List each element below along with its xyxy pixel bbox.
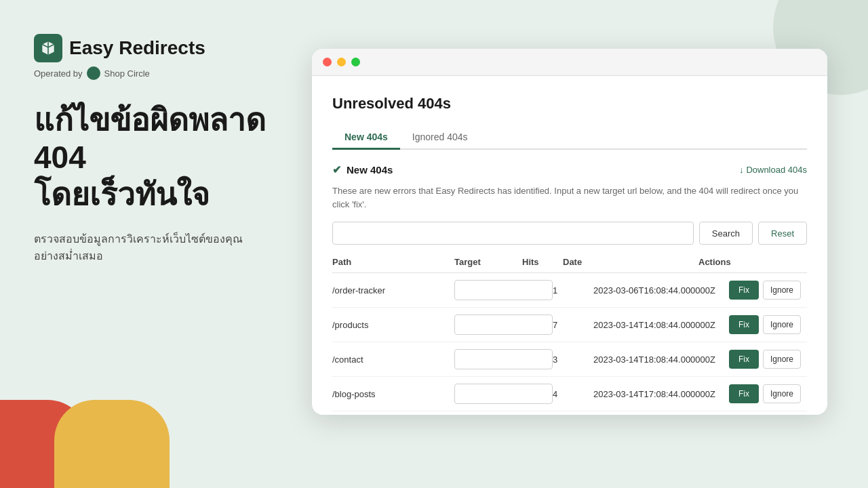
col-header-target: Target: [454, 257, 522, 267]
logo-title: Easy Redirects: [69, 37, 205, 59]
browser-window: Unresolved 404s New 404s Ignored 404s ✔ …: [312, 49, 827, 415]
date-cell: 2023-03-14T18:08:44.000000Z: [593, 354, 729, 365]
table-container: Path Target Hits Date Actions /order-tra…: [332, 257, 807, 411]
target-input-1[interactable]: [454, 314, 553, 335]
table-row: /order-tracker 1 2023-03-06T16:08:44.000…: [332, 273, 807, 308]
logo-area: Easy Redirects: [34, 34, 271, 62]
traffic-light-yellow: [337, 58, 346, 66]
path-cell: /products: [332, 320, 454, 330]
date-cell: 2023-03-14T17:08:44.000000Z: [593, 389, 729, 399]
section-title: ✔ New 404s: [332, 163, 393, 176]
traffic-light-red: [323, 58, 332, 66]
traffic-light-green: [351, 58, 360, 66]
operated-by: Operated by Shop Circle: [34, 66, 271, 80]
col-header-hits: Hits: [522, 257, 563, 267]
ignore-button-1[interactable]: Ignore: [763, 315, 801, 334]
action-buttons: Fix Ignore: [729, 350, 827, 369]
ignore-button-3[interactable]: Ignore: [763, 384, 801, 403]
reset-button[interactable]: Reset: [758, 222, 807, 245]
tab-ignored-404s[interactable]: Ignored 404s: [400, 126, 480, 150]
browser-titlebar: [312, 49, 827, 76]
tab-new-404s[interactable]: New 404s: [332, 126, 400, 150]
download-link[interactable]: ↓ Download 404s: [739, 165, 807, 175]
operated-by-label: Operated by: [34, 68, 83, 79]
target-cell: [454, 349, 553, 369]
fix-button-3[interactable]: Fix: [729, 384, 759, 403]
hits-cell: 3: [553, 354, 593, 365]
table-row: /products 7 2023-03-14T14:08:44.000000Z …: [332, 308, 807, 342]
target-input-2[interactable]: [454, 349, 553, 369]
table-row: /blog-posts 4 2023-03-14T17:08:44.000000…: [332, 377, 807, 411]
tabs-container: New 404s Ignored 404s: [332, 126, 807, 150]
target-input-3[interactable]: [454, 384, 553, 404]
hits-cell: 4: [553, 389, 593, 399]
col-header-date: Date: [563, 257, 698, 267]
check-icon: ✔: [332, 163, 341, 176]
left-panel: Easy Redirects Operated by Shop Circle แ…: [0, 0, 305, 488]
browser-content: Unresolved 404s New 404s Ignored 404s ✔ …: [312, 76, 827, 415]
fix-button-1[interactable]: Fix: [729, 315, 759, 334]
page-title: Unresolved 404s: [332, 95, 807, 113]
section-title-text: New 404s: [347, 164, 393, 176]
action-buttons: Fix Ignore: [729, 281, 827, 300]
target-cell: [454, 314, 553, 335]
description-text: These are new errors that Easy Redirects…: [332, 184, 807, 211]
col-header-path: Path: [332, 257, 454, 267]
shop-circle-icon: [87, 66, 100, 80]
ignore-button-2[interactable]: Ignore: [763, 350, 801, 369]
download-arrow-icon: ↓: [739, 165, 744, 175]
action-buttons: Fix Ignore: [729, 315, 827, 334]
search-button[interactable]: Search: [699, 222, 753, 245]
download-label: Download 404s: [746, 165, 807, 175]
sub-text: ตรวจสอบข้อมูลการวิเคราะห์เว็บไซต์ของคุณอ…: [34, 230, 258, 265]
section-header: ✔ New 404s ↓ Download 404s: [332, 163, 807, 176]
date-cell: 2023-03-14T14:08:44.000000Z: [593, 320, 729, 330]
fix-button-0[interactable]: Fix: [729, 281, 759, 300]
main-heading: แก้ไขข้อผิดพลาด 404โดยเร็วทันใจ: [34, 102, 271, 214]
logo-icon: [34, 34, 62, 62]
target-input-0[interactable]: [454, 280, 553, 300]
search-bar: Search Reset: [332, 222, 807, 245]
company-name: Shop Circle: [104, 68, 150, 79]
hits-cell: 7: [553, 320, 593, 330]
table-row: /contact 3 2023-03-14T18:08:44.000000Z F…: [332, 342, 807, 377]
path-cell: /blog-posts: [332, 389, 454, 399]
path-cell: /contact: [332, 354, 454, 365]
col-header-actions: Actions: [698, 257, 807, 267]
target-cell: [454, 384, 553, 404]
fix-button-2[interactable]: Fix: [729, 350, 759, 369]
target-cell: [454, 280, 553, 300]
hits-cell: 1: [553, 285, 593, 296]
action-buttons: Fix Ignore: [729, 384, 827, 403]
search-input[interactable]: [332, 222, 694, 245]
date-cell: 2023-03-06T16:08:44.000000Z: [593, 285, 729, 296]
ignore-button-0[interactable]: Ignore: [763, 281, 801, 300]
path-cell: /order-tracker: [332, 285, 454, 296]
table-header: Path Target Hits Date Actions: [332, 257, 807, 273]
